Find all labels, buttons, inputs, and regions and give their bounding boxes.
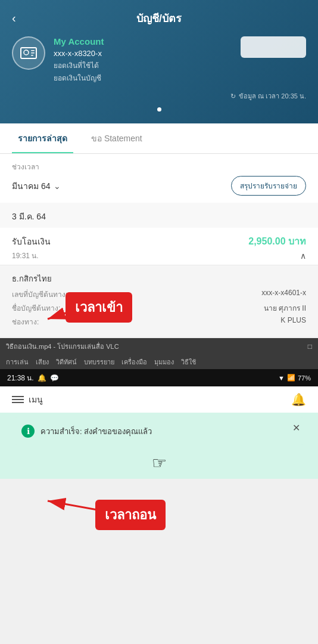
account-number: xxx-x-x8320-x (54, 49, 232, 58)
vlc-menu-play[interactable]: การเล่น (6, 357, 29, 367)
status-bar: 21:38 น. 🔔 💬 ▼ 📶 77% (0, 369, 318, 386)
dot-active (157, 107, 161, 112)
account-card: My Account xxx-x-x8320-x ยอดเงินที่ใช้ได… (12, 36, 306, 85)
channel-value: K PLUS (280, 316, 306, 327)
vlc-menu-video[interactable]: วิดีทัศน์ (56, 357, 77, 367)
account-name-row: ชื่อบัญชีต้นทาง: นาย ศุภากร II (12, 302, 306, 314)
bell-icon[interactable]: 🔔 (291, 392, 306, 407)
month-value: มีนาคม 64 (12, 179, 50, 193)
transaction-time-row: 19:31 น. ∧ (12, 250, 306, 261)
menu-label: เมนู (29, 393, 43, 406)
channel-label: ช่องทาง: (12, 316, 39, 327)
page-title: บัญชี/บัตร (136, 10, 182, 27)
vlc-menu-audio[interactable]: เสียง (36, 357, 49, 367)
close-icon[interactable]: ✕ (292, 422, 300, 434)
bottom-section: ☞ (0, 450, 318, 479)
vlc-bar: วิธีถอนเงิน.mp4 - โปรแกรมเล่นสื่อ VLC □ (0, 338, 318, 355)
account-label1: ยอดเงินที่ใช้ได้ (54, 60, 232, 71)
account-name-label: ชื่อบัญชีต้นทาง: (12, 302, 60, 314)
filter-controls: มีนาคม 64 ⌄ สรุปรายรับรายจ่าย (12, 176, 306, 196)
account-label2: ยอดเงินในบัญชี (54, 72, 232, 83)
status-left: 21:38 น. 🔔 💬 (7, 372, 59, 383)
toast-container: ℹ ความสำเร็จ: ส่งคำขอของคุณแล้ว ✕ (0, 413, 318, 450)
transaction-time: 19:31 น. (12, 250, 39, 261)
tab-statement[interactable]: ขอ Statement (85, 123, 148, 153)
month-select[interactable]: มีนาคม 64 ⌄ (12, 179, 61, 193)
date-label: 3 มี.ค. 64 (12, 212, 46, 221)
avatar (12, 36, 45, 70)
account-number-row: เลขที่บัญชีต้นทาง: xxx-x-x4601-x (12, 289, 306, 300)
hand-icon: ☞ (152, 454, 167, 472)
svg-rect-4 (31, 55, 33, 56)
info-icon: ℹ (21, 425, 35, 438)
bank-name: ธ.กสิกรไทย (12, 273, 306, 285)
status-right: ▼ 📶 77% (278, 374, 311, 382)
channel-row: ช่องทาง: K PLUS (12, 316, 306, 327)
account-name-value: นาย ศุภากร II (264, 302, 306, 314)
chevron-up-icon[interactable]: ∧ (300, 251, 306, 261)
account-no-label: เลขที่บัญชีต้นทาง: (12, 289, 67, 300)
tab-recent[interactable]: รายการล่าสุด (12, 123, 73, 153)
header: ‹ บัญชี/บัตร My Account xxx-x-x8320-x ยอ… (0, 0, 318, 123)
svg-point-1 (24, 50, 29, 55)
vlc-title: วิธีถอนเงิน.mp4 - โปรแกรมเล่นสื่อ VLC (6, 341, 119, 352)
battery-level: 77% (298, 374, 311, 382)
annotation-enter-time: เวลาเข้า (66, 292, 132, 323)
wifi-icon: ▼ (278, 374, 285, 382)
header-top: ‹ บัญชี/บัตร (12, 10, 306, 27)
annotation-withdraw-time: เวลาถอน (95, 500, 166, 530)
menu-button[interactable]: เมนู (12, 393, 43, 406)
notification-icon: 🔔 (38, 374, 46, 382)
vlc-close-icon[interactable]: □ (308, 342, 312, 351)
vlc-menu: การเล่น เสียง วิดีทัศน์ บทบรรยาย เครื่อง… (6, 357, 312, 367)
chat-icon: 💬 (50, 374, 59, 382)
account-no-value: xxx-x-x4601-x (261, 289, 306, 300)
transaction-title: รับโอนเงิน (12, 235, 51, 248)
transaction-amount: 2,950.00 บาท (248, 234, 306, 249)
status-time: 21:38 น. (7, 372, 34, 383)
main-content: รายการล่าสุด ขอ Statement ช่วงเวลา มีนาค… (0, 123, 318, 337)
dot-indicator (12, 107, 306, 112)
vlc-menu-subtitle[interactable]: บทบรรยาย (84, 357, 114, 367)
transaction-detail: ธ.กสิกรไทย เลขที่บัญชีต้นทาง: xxx-x-x460… (0, 265, 318, 337)
toast-text: ความสำเร็จ: ส่งคำขอของคุณแล้ว (40, 425, 152, 438)
vlc-menu-help[interactable]: วิธีใช้ (181, 357, 196, 367)
toast: ℹ ความสำเร็จ: ส่งคำขอของคุณแล้ว ✕ (12, 417, 306, 445)
date-section: 3 มี.ค. 64 (0, 203, 318, 228)
update-info: ↻ ข้อมูล ณ เวลา 20:35 น. (12, 91, 306, 101)
update-text: ข้อมูล ณ เวลา 20:35 น. (239, 91, 306, 101)
hamburger-icon (12, 396, 24, 403)
vlc-menu-view[interactable]: มุมมอง (154, 357, 174, 367)
summary-button[interactable]: สรุปรายรับรายจ่าย (231, 176, 306, 196)
svg-rect-3 (31, 52, 35, 54)
account-name: My Account (54, 36, 232, 47)
balance-box (241, 36, 306, 58)
svg-rect-2 (31, 50, 35, 51)
signal-icon: 📶 (287, 374, 295, 382)
tabs: รายการล่าสุด ขอ Statement (0, 123, 318, 154)
period-label: ช่วงเวลา (12, 161, 306, 172)
back-button[interactable]: ‹ (12, 11, 16, 25)
bottom-nav: เมนู 🔔 (0, 386, 318, 413)
vlc-menu-tools[interactable]: เครื่องมือ (121, 357, 147, 367)
filter-row: ช่วงเวลา มีนาคม 64 ⌄ สรุปรายรับรายจ่าย (0, 154, 318, 203)
account-info: My Account xxx-x-x8320-x ยอดเงินที่ใช้ได… (54, 36, 232, 85)
chevron-down-icon: ⌄ (54, 181, 61, 191)
transaction-header[interactable]: รับโอนเงิน 2,950.00 บาท 19:31 น. ∧ (0, 228, 318, 265)
refresh-icon: ↻ (230, 92, 236, 100)
